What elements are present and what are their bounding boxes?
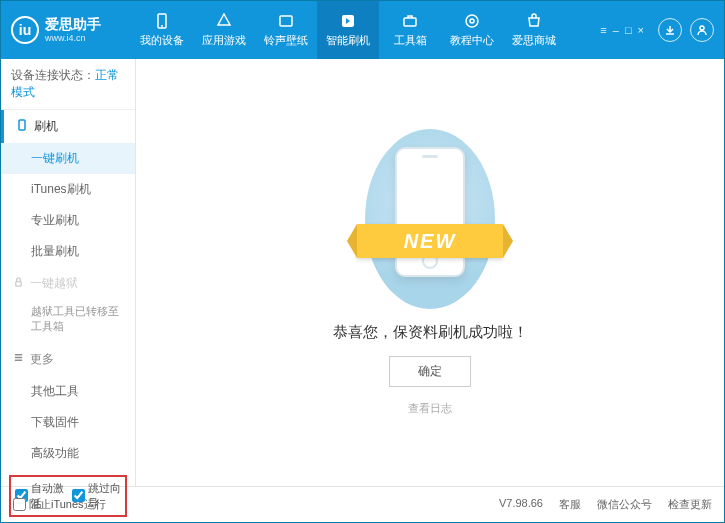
download-button[interactable]	[658, 18, 682, 42]
toolbox-icon	[401, 12, 419, 30]
minimize-icon[interactable]: –	[613, 24, 619, 36]
phone-icon-sm	[16, 119, 28, 134]
sidebar-item-itunes-flash[interactable]: iTunes刷机	[1, 174, 135, 205]
phone-icon	[153, 12, 171, 30]
new-ribbon: NEW	[357, 224, 503, 258]
main-nav: 我的设备 应用游戏 铃声壁纸 智能刷机 工具箱 教程中心 爱思商城	[131, 1, 600, 59]
wallpaper-icon	[277, 12, 295, 30]
sidebar-section-jailbreak: 一键越狱	[1, 267, 135, 300]
sidebar-item-download-firmware[interactable]: 下载固件	[1, 407, 135, 438]
logo-icon: iu	[11, 16, 39, 44]
nav-ringtones[interactable]: 铃声壁纸	[255, 1, 317, 59]
version-label: V7.98.66	[499, 497, 543, 512]
sidebar-item-oneclick-flash[interactable]: 一键刷机	[1, 143, 135, 174]
nav-store[interactable]: 爱思商城	[503, 1, 565, 59]
ok-button[interactable]: 确定	[389, 356, 471, 387]
svg-rect-9	[16, 281, 22, 286]
block-itunes-checkbox[interactable]: 阻止iTunes运行	[13, 497, 106, 512]
wechat-link[interactable]: 微信公众号	[597, 497, 652, 512]
service-link[interactable]: 客服	[559, 497, 581, 512]
sidebar-item-other-tools[interactable]: 其他工具	[1, 376, 135, 407]
svg-rect-2	[280, 16, 292, 26]
svg-point-7	[700, 26, 704, 30]
sidebar-item-advanced[interactable]: 高级功能	[1, 438, 135, 469]
user-button[interactable]	[690, 18, 714, 42]
svg-point-5	[466, 15, 478, 27]
nav-toolbox[interactable]: 工具箱	[379, 1, 441, 59]
nav-my-device[interactable]: 我的设备	[131, 1, 193, 59]
connection-status: 设备连接状态：正常模式	[1, 59, 135, 110]
logo: iu 爱思助手 www.i4.cn	[11, 16, 131, 44]
sidebar-item-pro-flash[interactable]: 专业刷机	[1, 205, 135, 236]
header-controls: ≡ – □ ×	[600, 18, 714, 42]
update-link[interactable]: 检查更新	[668, 497, 712, 512]
close-icon[interactable]: ×	[638, 24, 644, 36]
nav-tutorials[interactable]: 教程中心	[441, 1, 503, 59]
svg-point-6	[470, 19, 474, 23]
svg-rect-4	[404, 18, 416, 26]
menu-icon[interactable]: ≡	[600, 24, 606, 36]
apps-icon	[215, 12, 233, 30]
sidebar-section-flash[interactable]: 刷机	[1, 110, 135, 143]
flash-icon	[339, 12, 357, 30]
svg-rect-8	[19, 120, 25, 130]
success-illustration: NEW	[365, 129, 495, 309]
store-icon	[525, 12, 543, 30]
sidebar: 设备连接状态：正常模式 刷机 一键刷机 iTunes刷机 专业刷机 批量刷机 一…	[1, 59, 136, 486]
jailbreak-note: 越狱工具已转移至工具箱	[1, 300, 135, 343]
sidebar-section-more[interactable]: 更多	[1, 343, 135, 376]
nav-flash[interactable]: 智能刷机	[317, 1, 379, 59]
maximize-icon[interactable]: □	[625, 24, 632, 36]
sidebar-item-batch-flash[interactable]: 批量刷机	[1, 236, 135, 267]
app-url: www.i4.cn	[45, 33, 101, 44]
lock-icon	[13, 277, 24, 291]
success-message: 恭喜您，保资料刷机成功啦！	[333, 323, 528, 342]
app-header: iu 爱思助手 www.i4.cn 我的设备 应用游戏 铃声壁纸 智能刷机 工具…	[1, 1, 724, 59]
view-log-link[interactable]: 查看日志	[408, 401, 452, 416]
tutorial-icon	[463, 12, 481, 30]
menu-icon	[13, 352, 24, 366]
app-title: 爱思助手	[45, 16, 101, 33]
main-content: NEW 恭喜您，保资料刷机成功啦！ 确定 查看日志	[136, 59, 724, 486]
nav-apps[interactable]: 应用游戏	[193, 1, 255, 59]
